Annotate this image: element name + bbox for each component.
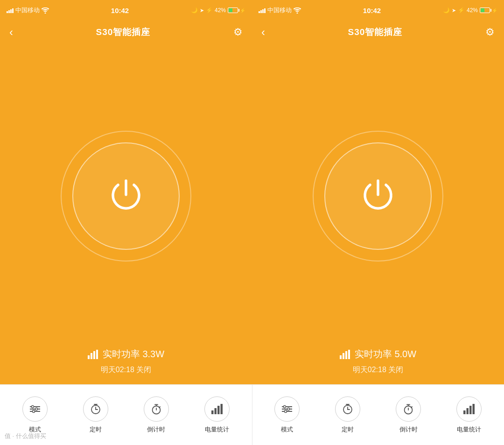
sliders-icon-right (282, 405, 292, 413)
svg-rect-44 (469, 406, 472, 414)
svg-point-30 (284, 405, 286, 408)
bottom-item-timer-right[interactable]: 定时 (335, 396, 360, 434)
clock-icon-left (90, 403, 101, 415)
panel-left-header: ‹ S30智能插座 ⚙ (0, 21, 252, 44)
svg-rect-1 (91, 353, 92, 359)
bottom-bar: 模式 定时 (0, 384, 504, 445)
panel-right: ‹ S30智能插座 ⚙ (252, 21, 504, 384)
energy-icon-right (456, 396, 482, 422)
panel-right-title: S30智能插座 (348, 26, 403, 38)
settings-icon-right[interactable]: ⚙ (485, 26, 495, 38)
mode-label-right: 模式 (281, 425, 293, 434)
svg-rect-23 (211, 410, 214, 414)
energy-label-right: 电量统计 (457, 425, 481, 434)
countdown-label-left: 倒计时 (147, 425, 165, 434)
svg-rect-0 (88, 355, 90, 359)
back-button-right[interactable]: ‹ (261, 27, 265, 38)
svg-rect-24 (214, 408, 217, 414)
bottom-item-timer-left[interactable]: 定时 (83, 396, 108, 434)
chart-icon-right (340, 350, 350, 359)
nav-icon-left: ➤ (200, 7, 204, 14)
power-ring-outer-right (313, 131, 443, 261)
timer-label-right: 定时 (342, 425, 354, 434)
svg-point-32 (285, 410, 287, 412)
svg-rect-5 (343, 353, 344, 359)
status-left-right: 中国移动 (259, 6, 301, 14)
svg-rect-43 (467, 408, 469, 414)
svg-rect-7 (348, 350, 350, 359)
time-right: 10:42 (363, 7, 381, 14)
countdown-label-right: 倒计时 (399, 425, 418, 434)
signal-icon (7, 7, 14, 13)
bottom-right: 模式 定时 (252, 385, 504, 445)
status-bar: 中国移动 10:42 🌙 ➤ ⚡ 42% ⚡ (0, 0, 504, 21)
panel-left: ‹ S30智能插座 ⚙ (0, 21, 252, 384)
barchart-icon-right (463, 404, 475, 414)
svg-rect-26 (220, 404, 223, 414)
mode-icon-right (274, 396, 300, 422)
power-reading-left: 实时功率 3.3W (88, 348, 164, 360)
bottom-item-energy-right[interactable]: 电量统计 (456, 396, 482, 434)
bluetooth-icon-left: ⚡ (206, 7, 213, 14)
panel-left-title: S30智能插座 (96, 26, 151, 38)
battery-fill-right (481, 8, 484, 12)
clock-icon-right (342, 403, 353, 415)
bottom-item-mode-left[interactable]: 模式 (22, 396, 48, 434)
power-area-right (252, 44, 504, 339)
panels: ‹ S30智能插座 ⚙ (0, 21, 504, 384)
bottom-item-mode-right[interactable]: 模式 (274, 396, 300, 434)
settings-icon-left[interactable]: ⚙ (233, 26, 243, 38)
carrier-left: 中国移动 (15, 6, 40, 14)
moon-icon-right: 🌙 (443, 7, 450, 14)
power-icon-left (100, 170, 152, 222)
carrier-right: 中国移动 (267, 6, 292, 14)
moon-icon-left: 🌙 (191, 7, 198, 14)
svg-point-31 (287, 408, 290, 410)
power-value-right: 实时功率 5.0W (355, 348, 416, 360)
energy-icon-left (204, 396, 230, 422)
svg-rect-25 (217, 406, 220, 414)
wifi-icon-left (42, 7, 49, 14)
status-bar-right: 中国移动 10:42 🌙 ➤ ⚡ 42% ⚡ (252, 0, 504, 21)
battery-icon-right (480, 7, 490, 13)
schedule-left: 明天02:18 关闭 (101, 365, 151, 375)
svg-rect-45 (473, 404, 475, 414)
power-icon-right (352, 170, 404, 222)
svg-rect-42 (463, 410, 466, 414)
sliders-icon-left (30, 405, 40, 413)
svg-point-13 (32, 410, 35, 412)
mode-icon-left (22, 396, 48, 422)
battery-pct-left: 42% (215, 7, 226, 14)
watermark: 值 · 什么值得买 (5, 432, 46, 440)
signal-icon-right (259, 7, 266, 13)
svg-point-11 (31, 405, 34, 408)
power-area-left (0, 44, 252, 339)
barchart-icon-left (211, 404, 223, 414)
status-bar-left: 中国移动 10:42 🌙 ➤ ⚡ 42% ⚡ (0, 0, 252, 21)
svg-rect-6 (345, 351, 347, 359)
schedule-right: 明天02:18 关闭 (353, 365, 403, 375)
chart-icon-left (88, 350, 98, 359)
energy-label-left: 电量统计 (205, 425, 229, 434)
bottom-item-energy-left[interactable]: 电量统计 (204, 396, 230, 434)
countdown-icon-left (144, 396, 169, 422)
battery-fill-left (229, 8, 232, 12)
stopwatch-icon-right (403, 403, 414, 415)
bluetooth-icon-right: ⚡ (458, 7, 465, 14)
svg-rect-2 (93, 351, 95, 359)
charging-icon-left: ⚡ (240, 8, 245, 13)
svg-rect-3 (96, 350, 98, 359)
panel-right-header: ‹ S30智能插座 ⚙ (252, 21, 504, 44)
bottom-item-countdown-left[interactable]: 倒计时 (144, 396, 169, 434)
power-button-left[interactable] (72, 142, 180, 250)
svg-rect-4 (340, 355, 342, 359)
nav-icon-right: ➤ (452, 7, 456, 14)
battery-pct-right: 42% (467, 7, 478, 14)
status-left-left: 中国移动 (7, 6, 49, 14)
svg-point-12 (35, 408, 37, 410)
power-button-right[interactable] (324, 142, 432, 250)
wifi-icon-right (294, 7, 301, 14)
bottom-item-countdown-right[interactable]: 倒计时 (396, 396, 421, 434)
power-ring-outer-left (61, 131, 191, 261)
back-button-left[interactable]: ‹ (9, 27, 13, 38)
